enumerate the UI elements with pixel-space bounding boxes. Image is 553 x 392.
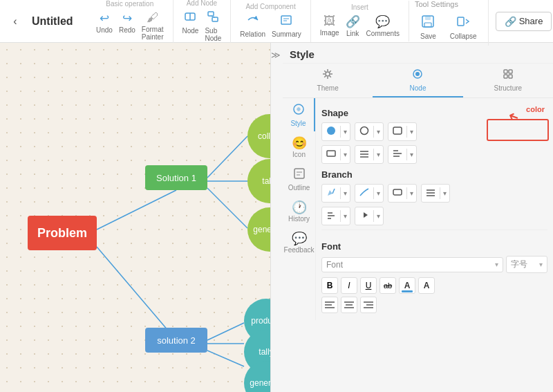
hex-shape-button[interactable]: ▾ <box>388 122 417 141</box>
save-icon <box>420 14 435 32</box>
align-left-button[interactable] <box>321 297 338 313</box>
icon-nav-item[interactable]: 😊 Icon <box>283 131 315 162</box>
svg-rect-32 <box>294 169 304 178</box>
branch-list2-button[interactable]: ▾ <box>321 207 350 225</box>
lines1-button[interactable]: ▾ <box>355 145 384 164</box>
font-size-select[interactable]: 字号 ▾ <box>506 256 547 273</box>
bold-button[interactable]: B <box>321 277 338 294</box>
icon-nav-label: Icon <box>292 151 306 158</box>
svg-line-23 <box>207 351 244 366</box>
lines2-dropdown-arrow[interactable]: ▾ <box>406 149 416 160</box>
font-family-select[interactable]: Font ▾ <box>321 257 503 272</box>
history-nav-item[interactable]: 🕐 History <box>283 196 315 227</box>
node-tab[interactable]: Node <box>373 64 462 97</box>
branch-pen-button[interactable]: ▾ <box>321 184 350 203</box>
svg-line-21 <box>207 323 244 340</box>
collapse-label: Collapse <box>450 32 477 40</box>
sub-node-button[interactable]: Sub Node <box>203 9 223 44</box>
underline-button[interactable]: U <box>360 277 377 294</box>
structure-tab[interactable]: Structure <box>463 64 553 97</box>
save-label: Save <box>420 32 436 40</box>
redo-button[interactable]: ↪ Redo <box>117 10 138 42</box>
branch-list2-arrow[interactable]: ▾ <box>340 210 350 222</box>
basic-operation-group: Basic operation ↩ Undo ↪ Redo 🖌 Format P… <box>87 0 174 45</box>
undo-button[interactable]: ↩ Undo <box>94 10 115 42</box>
save-button[interactable]: Save <box>415 11 442 43</box>
share-icon: 🔗 <box>505 16 516 27</box>
outline-dropdown-arrow[interactable]: ▾ <box>373 126 383 138</box>
style-content: Shape color shape ➜ ➜ <box>316 98 553 320</box>
lines2-button[interactable]: ▾ <box>388 145 417 164</box>
style-nav-item[interactable]: Style <box>283 98 315 131</box>
sidebar-collapse-panel[interactable]: ≫ <box>270 43 283 392</box>
feedback-nav-item[interactable]: 💬 Feedback <box>283 227 315 258</box>
branch-list-button[interactable]: ▾ <box>421 184 450 203</box>
style-tabs: Theme Node Structure <box>283 64 553 98</box>
back-button[interactable]: ‹ <box>6 12 25 31</box>
style-header: Style <box>283 43 553 64</box>
collapse-button[interactable]: Collapse <box>444 11 482 43</box>
svg-point-24 <box>326 72 330 76</box>
node-icon <box>184 10 196 26</box>
collect-node[interactable]: collect <box>247 114 270 158</box>
lines1-dropdown-arrow[interactable]: ▾ <box>373 149 383 160</box>
sub-node-label-text: Sub Node <box>205 27 221 42</box>
theme-tab[interactable]: Theme <box>283 64 373 97</box>
app-title: Untitled <box>32 15 80 28</box>
italic-button[interactable]: I <box>341 277 357 294</box>
generate1-node[interactable]: generate <box>247 207 270 252</box>
link-button[interactable]: 🔗 Link <box>344 13 362 39</box>
rect-dropdown-arrow[interactable]: ▾ <box>340 149 350 160</box>
branch-rect-button[interactable]: ▾ <box>388 184 417 203</box>
fill-dropdown-arrow[interactable]: ▾ <box>340 126 350 138</box>
hex-dropdown-arrow[interactable]: ▾ <box>406 126 416 138</box>
svg-line-13 <box>97 247 176 340</box>
strikethrough-button[interactable]: ab <box>379 277 396 294</box>
node-button[interactable]: Node <box>180 9 201 44</box>
outline-nav-label: Outline <box>288 184 310 192</box>
highlight-button[interactable]: A <box>418 277 435 294</box>
branch-line-arrow[interactable]: ▾ <box>373 187 383 199</box>
branch-list-arrow[interactable]: ▾ <box>440 187 449 199</box>
font-select-row: Font ▾ 字号 ▾ <box>321 256 547 273</box>
topbar-left: ‹ Untitled <box>6 12 87 31</box>
align-center-button[interactable] <box>341 297 357 313</box>
tool-settings-header: Tool Settings <box>415 0 458 8</box>
generate2-node[interactable]: generate <box>244 361 270 392</box>
solution2-node[interactable]: solution 2 <box>145 328 207 353</box>
format-painter-label: Format Painter <box>142 26 164 41</box>
summary-icon <box>280 14 292 30</box>
outline-nav-item[interactable]: Outline <box>283 162 315 196</box>
outline-shape-button[interactable]: ▾ <box>355 122 384 141</box>
align-right-button[interactable] <box>360 297 377 313</box>
fill-shape-button[interactable]: ▾ <box>321 122 350 141</box>
font-color-button[interactable]: A <box>399 277 415 294</box>
problem-node[interactable]: Problem <box>28 216 97 250</box>
comments-button[interactable]: 💬 Comments <box>364 13 402 39</box>
relation-label-text: Relation <box>240 30 265 38</box>
rect-button[interactable]: ▾ <box>321 145 350 164</box>
share-label: Share <box>519 16 543 26</box>
svg-rect-3 <box>212 17 218 21</box>
share-button[interactable]: 🔗 Share <box>496 12 552 31</box>
branch-line-button[interactable]: ▾ <box>355 184 384 203</box>
tally1-node[interactable]: tally <box>247 159 270 203</box>
branch-arrow-arrow[interactable]: ▾ <box>373 210 383 222</box>
branch-pen-arrow[interactable]: ▾ <box>340 187 350 199</box>
branch-arrow-button[interactable]: ▾ <box>355 207 384 225</box>
format-painter-button[interactable]: 🖌 Format Painter <box>140 10 166 42</box>
canvas[interactable]: Problem Solution 1 solution 2 collect ta… <box>0 43 270 392</box>
summary-button[interactable]: Summary <box>270 12 303 39</box>
basic-operation-label: Basic operation <box>106 0 153 8</box>
relation-button[interactable]: Relation <box>238 12 268 39</box>
shape-section: Shape color shape ➜ ➜ <box>321 108 547 164</box>
branch-rect-arrow[interactable]: ▾ <box>406 187 416 199</box>
branch-row1: ▾ ▾ ▾ <box>321 184 547 203</box>
node-tab-label: Node <box>410 84 427 92</box>
solution1-node[interactable]: Solution 1 <box>145 165 207 190</box>
font-family-placeholder: Font <box>326 260 343 270</box>
collapse-sidebar-icon[interactable]: ≫ <box>271 50 281 60</box>
font-section: Font Font ▾ 字号 ▾ B I U <box>321 230 547 313</box>
image-button[interactable]: 🖼 Image <box>318 13 341 39</box>
svg-line-14 <box>207 136 247 178</box>
